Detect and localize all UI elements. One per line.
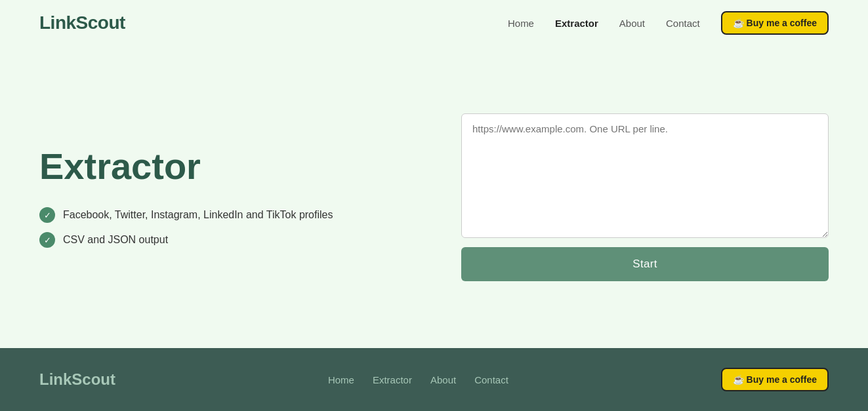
footer-logo[interactable]: LinkScout (39, 370, 115, 389)
feature-item-1: ✓ Facebook, Twitter, Instagram, LinkedIn… (39, 207, 422, 223)
feature-item-2: ✓ CSV and JSON output (39, 232, 422, 248)
buy-coffee-button-footer[interactable]: ☕ Buy me a coffee (721, 368, 829, 391)
header: LinkScout Home Extractor About Contact ☕… (0, 0, 868, 46)
url-textarea[interactable] (461, 113, 829, 238)
nav-contact[interactable]: Contact (666, 18, 700, 29)
page-title: Extractor (39, 146, 422, 187)
logo[interactable]: LinkScout (39, 12, 125, 33)
check-icon-1: ✓ (39, 207, 55, 223)
nav: Home Extractor About Contact ☕ Buy me a … (508, 11, 829, 35)
footer-nav: Home Extractor About Contact (328, 374, 508, 385)
feature-list: ✓ Facebook, Twitter, Instagram, LinkedIn… (39, 207, 422, 248)
footer-nav-about[interactable]: About (430, 374, 456, 385)
buy-coffee-button-header[interactable]: ☕ Buy me a coffee (721, 11, 829, 35)
left-panel: Extractor ✓ Facebook, Twitter, Instagram… (39, 146, 422, 248)
check-icon-2: ✓ (39, 232, 55, 248)
feature-text-1: Facebook, Twitter, Instagram, LinkedIn a… (63, 209, 333, 221)
nav-extractor[interactable]: Extractor (555, 18, 598, 29)
footer-nav-contact[interactable]: Contact (474, 374, 508, 385)
nav-home[interactable]: Home (508, 18, 534, 29)
main-content: Extractor ✓ Facebook, Twitter, Instagram… (0, 46, 868, 348)
right-panel: Start (461, 113, 829, 281)
start-button[interactable]: Start (461, 247, 829, 281)
nav-about[interactable]: About (619, 18, 645, 29)
feature-text-2: CSV and JSON output (63, 234, 168, 246)
footer: LinkScout Home Extractor About Contact ☕… (0, 348, 868, 411)
footer-nav-extractor[interactable]: Extractor (373, 374, 412, 385)
footer-nav-home[interactable]: Home (328, 374, 354, 385)
